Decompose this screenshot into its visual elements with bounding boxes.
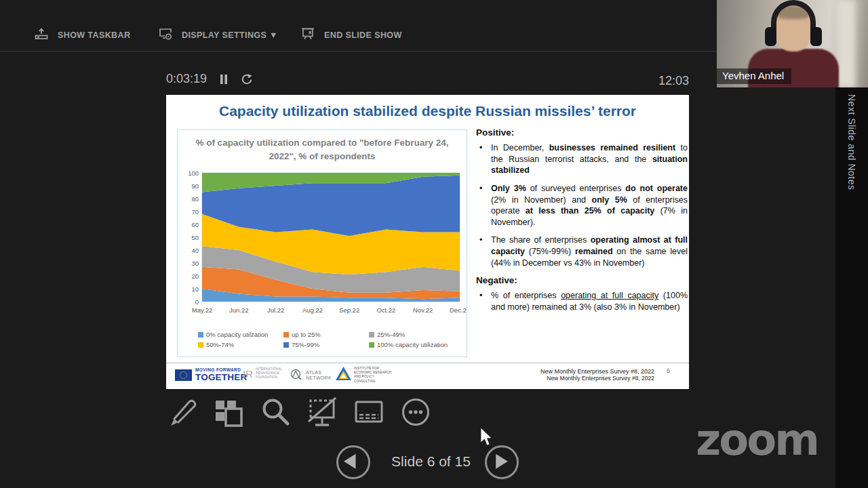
ier-logo-text: INSTITUTE FOR ECONOMIC RESEARCH AND POLI… [354,367,393,384]
restart-timer-icon[interactable] [241,73,253,85]
positive-bullet-list: In December, businesses remained resilie… [476,142,688,268]
show-taskbar-button[interactable]: SHOW TASKBAR [34,27,130,43]
legend-item: 0% capacity utilzation [198,331,283,338]
eu-logo-line2: TOGETHER [195,373,247,382]
end-slide-show-button[interactable]: END SLIDE SHOW [300,27,402,43]
current-time: 12:03 [608,74,689,88]
svg-text:70: 70 [191,208,199,216]
positive-bullet-3: The share of enterprises operating almos… [476,235,688,268]
svg-text:Oct.22: Oct.22 [376,306,395,314]
legend-swatch [283,332,289,338]
end-slide-show-icon [300,27,315,43]
next-slide-and-notes-panel[interactable]: Next Slide and Notes [835,87,868,488]
slide-canvas: Capacity utilization stabilized despite … [166,95,689,389]
stacked-area-chart: 0102030405060708090100May.22Jun.22Jul.22… [178,169,467,324]
next-slide-button[interactable] [485,445,519,479]
svg-text:0: 0 [195,298,199,306]
legend-label: 25%-49% [377,331,405,338]
positive-bullet-2: Only 3% of surveyed enterprises do not o… [476,183,688,228]
negative-bullet-list: % of enterprises operating at full capac… [476,290,688,312]
mouse-cursor [479,427,495,450]
eu-moving-forward-together-logo: MOVING FORWARD TOGETHER [175,368,247,382]
legend-item: 25%-49% [369,331,461,338]
svg-text:60: 60 [191,221,199,228]
zoom-watermark: zoom [696,415,818,465]
atlas-network-logo: ATLAS NETWORK [290,367,332,384]
positive-heading: Positive: [476,127,688,138]
display-settings-label: DISPLAY SETTINGS ▼ [182,30,278,40]
svg-text:Jun.22: Jun.22 [229,306,249,314]
legend-swatch [198,342,203,348]
survey-line1: New Monthly Enterprises Survey #8, 2022 [540,368,654,375]
slide-page-number: 6 [667,367,670,374]
legend-item: 100% capacity utilization [369,341,461,348]
annotation-toolbar [166,395,431,430]
video-background [837,0,855,87]
positive-bullet-1: In December, businesses remained resilie… [476,142,688,176]
headphones-icon [771,0,816,43]
institute-ier-logo: INSTITUTE FOR ECONOMIC RESEARCH AND POLI… [336,367,393,384]
legend-swatch [198,332,203,338]
svg-text:Dec.22: Dec.22 [450,306,467,314]
taskbar-icon [34,27,49,43]
svg-text:Sep.22: Sep.22 [339,306,359,314]
slide-counter: Slide 6 of 15 [375,453,487,470]
slide-footer-divider [166,363,689,363]
pen-annotate-icon[interactable] [166,395,197,430]
svg-text:30: 30 [191,260,199,267]
blackout-screen-icon[interactable] [307,395,338,430]
svg-text:40: 40 [191,247,199,254]
atlas-logo-line1: ATLAS [306,370,332,375]
svg-text:20: 20 [191,272,199,280]
zoom-screenshare-screen: SHOW TASKBAR DISPLAY SETTINGS ▼ END SLID… [0,0,868,488]
elapsed-time: 0:03:19 [166,72,207,86]
legend-swatch [369,342,374,348]
svg-text:80: 80 [191,195,199,203]
more-options-icon[interactable] [400,395,431,430]
previous-slide-button[interactable] [336,445,370,479]
legend-item: up to 25% [283,331,369,338]
survey-footer-text: New Monthly Enterprises Survey #8, 2022 … [540,368,654,382]
show-taskbar-label: SHOW TASKBAR [58,30,130,40]
participant-video: Yevhen Anhel [717,0,868,87]
atlas-logo-line2: NETWORK [306,375,332,381]
ier-triangle-icon [336,367,351,383]
svg-text:Nov.22: Nov.22 [413,306,433,314]
atlas-logo-icon [290,367,303,384]
legend-swatch [283,342,289,348]
participant-name-label: Yevhen Anhel [717,68,791,84]
svg-text:90: 90 [191,182,199,190]
all-slides-icon[interactable] [213,395,244,430]
pause-timer-icon[interactable] [219,74,229,85]
svg-text:10: 10 [191,285,199,293]
eu-flag-icon [175,369,192,381]
display-settings-icon [158,27,173,43]
legend-label: 100% capacity utilization [377,341,448,348]
presentation-timer: 0:03:19 [166,72,253,86]
legend-item: 75%-99% [283,341,369,348]
display-settings-button[interactable]: DISPLAY SETTINGS ▼ [158,27,278,43]
presenter-toolbar: SHOW TASKBAR DISPLAY SETTINGS ▼ END SLID… [0,0,717,52]
legend-swatch [369,332,374,338]
slide-text-panel: Positive: In December, businesses remain… [476,127,688,320]
svg-text:100: 100 [188,169,199,177]
irf-logo: IR INTERNATIONAL RENAISSANCE FOUNDATION [243,367,291,380]
capacity-utilization-chart: % of capacity utilization compared to "b… [177,129,467,357]
legend-item: 50%-74% [198,341,283,348]
legend-label: 50%-74% [206,341,234,348]
survey-line2: New Monthly Enterprises Survey #8, 2022 [540,375,654,382]
negative-bullet-1: % of enterprises operating at full capac… [476,290,688,312]
svg-text:50: 50 [191,234,199,241]
headphone-cup-right [810,27,822,46]
end-slide-show-label: END SLIDE SHOW [324,30,402,40]
slide-title: Capacity utilization stabilized despite … [166,103,689,119]
chart-title: % of capacity utilization compared to "b… [194,136,450,164]
legend-label: 0% capacity utilzation [206,331,268,338]
chart-legend: 0% capacity utilzationup to 25%25%-49%50… [198,331,461,348]
irf-logo-text: INTERNATIONAL RENAISSANCE FOUNDATION [256,367,291,380]
captions-icon[interactable] [353,395,384,430]
headphone-cup-left [765,27,776,46]
negative-heading: Negative: [476,275,688,285]
svg-text:May.22: May.22 [192,306,212,314]
zoom-magnifier-icon[interactable] [260,395,291,430]
